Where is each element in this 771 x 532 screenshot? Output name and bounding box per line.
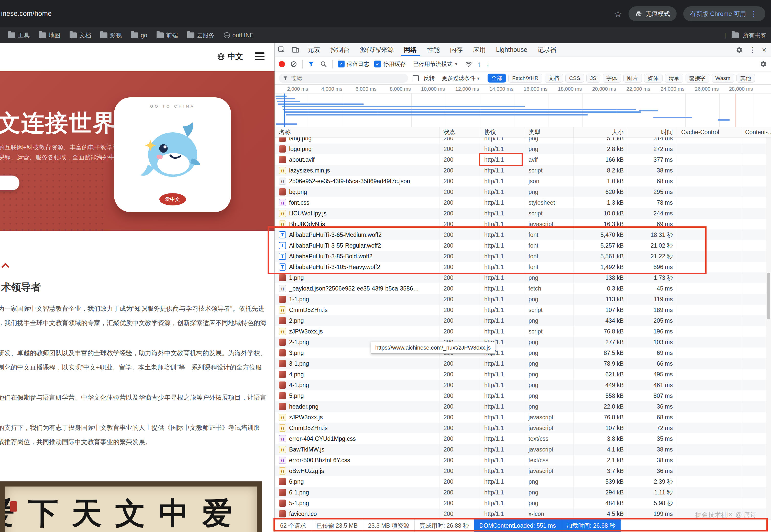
table-row[interactable]: oBwHUzzg.js 200 http/1.1 javascript 3.7 …	[275, 466, 771, 476]
throttling-dropdown[interactable]: 已停用节流模式 ▾	[411, 59, 460, 69]
hero-cta-button[interactable]	[0, 176, 19, 190]
invert-checkbox[interactable]	[413, 75, 419, 81]
table-row[interactable]: header.png 200 http/1.1 png 22.0 kB 36 m…	[275, 401, 771, 412]
table-row[interactable]: BawTklMW.js 200 http/1.1 javascript 4.1 …	[275, 444, 771, 455]
network-conditions-icon[interactable]	[465, 60, 472, 68]
column-header[interactable]: Cache-Control	[677, 127, 741, 137]
filter-chip[interactable]: 图片	[624, 74, 642, 83]
table-row[interactable]: 6-1.png 200 http/1.1 png 294 kB 1.11 秒	[275, 487, 771, 498]
table-row[interactable]: 1-1.png 200 http/1.1 png 113 kB 119 ms	[275, 294, 771, 305]
bookmark-item[interactable]: go	[127, 30, 151, 40]
column-header[interactable]: 名称	[275, 127, 439, 137]
all-bookmarks[interactable]: | 所有书签	[724, 31, 766, 39]
filter-input[interactable]	[291, 75, 404, 82]
table-row[interactable]: CmmD5ZHn.js 200 http/1.1 script 107 kB 1…	[275, 305, 771, 315]
inspect-element-icon[interactable]	[275, 43, 289, 56]
bookmark-item[interactable]: 地图	[35, 30, 64, 41]
filter-chip[interactable]: 清单	[665, 74, 683, 83]
url-bar[interactable]: inese.com/home	[0, 10, 52, 18]
close-icon[interactable]: ×	[762, 45, 766, 54]
devtools-tab[interactable]: 网络	[399, 43, 422, 56]
filter-chip[interactable]: JS	[586, 74, 601, 83]
device-toolbar-icon[interactable]	[289, 43, 302, 56]
network-settings-gear-icon[interactable]	[760, 61, 767, 68]
devtools-tab[interactable]: 元素	[302, 43, 325, 56]
filter-chip[interactable]: 文档	[544, 74, 563, 83]
table-scrollbar[interactable]	[766, 137, 771, 519]
devtools-tab[interactable]: 应用	[468, 43, 491, 56]
filter-chip[interactable]: 媒体	[644, 74, 663, 83]
devtools-tab[interactable]: 源代码/来源	[355, 43, 399, 56]
filter-chip[interactable]: Wasm	[712, 74, 734, 83]
import-har-icon[interactable]: ↑	[478, 60, 481, 68]
column-header[interactable]: Content-…	[741, 127, 771, 137]
disable-cache-checkbox[interactable]: ✓ 停用缓存	[374, 60, 406, 68]
devtools-menu-icon[interactable]: ⋮	[749, 45, 756, 54]
chrome-update-chip[interactable]: 有新版 Chrome 可用 ⋮	[683, 6, 765, 21]
filter-chip[interactable]: Fetch/XHR	[508, 74, 542, 83]
devtools-tab[interactable]: 性能	[422, 43, 445, 56]
table-row[interactable]: 3.png 200 http/1.1 png 87.5 kB 69 ms	[275, 348, 771, 358]
table-row[interactable]: 6.png 200 http/1.1 png 539 kB 2.39 秒	[275, 476, 771, 487]
network-overview-waterfall[interactable]	[275, 93, 771, 127]
table-row[interactable]: error-404.CYUd1Mpg.css 200 http/1.1 text…	[275, 433, 771, 444]
filter-icon[interactable]	[308, 61, 315, 68]
table-row[interactable]: lazysizes.min.js 200 http/1.1 script 8.2…	[275, 165, 771, 176]
table-row[interactable]: error-500.BbzfnL6Y.css 200 http/1.1 text…	[275, 455, 771, 466]
table-row[interactable]: 5.png 200 http/1.1 png 558 kB 807 ms	[275, 390, 771, 401]
table-row[interactable]: 4-1.png 200 http/1.1 png 449 kB 461 ms	[275, 380, 771, 390]
bookmark-item[interactable]: outLINE	[220, 30, 257, 40]
filter-chip[interactable]: 其他	[736, 74, 755, 83]
bookmark-item[interactable]: 文档	[66, 30, 95, 41]
column-header[interactable]: 大小	[573, 127, 628, 137]
bookmark-item[interactable]: 影视	[97, 30, 125, 41]
bookmark-item[interactable]: 云服务	[184, 30, 218, 41]
table-row[interactable]: 5-1.png 200 http/1.1 png 484 kB 5.98 秒	[275, 498, 771, 508]
hamburger-menu-icon[interactable]	[255, 52, 265, 62]
table-row[interactable]: zJPW3oxx.js 200 http/1.1 script 76.8 kB …	[275, 326, 771, 337]
bookmark-star-icon[interactable]: ☆	[614, 9, 622, 19]
table-row[interactable]: logo.png 200 http/1.1 png 2.8 kB 272 ms	[275, 144, 771, 154]
table-row[interactable]: HCUWdHpy.js 200 http/1.1 script 10.0 kB …	[275, 208, 771, 219]
search-icon[interactable]	[320, 61, 327, 68]
table-row[interactable]: 3-1.png 200 http/1.1 png 78.9 kB 66 ms	[275, 358, 771, 369]
column-header[interactable]: 状态	[439, 127, 480, 137]
table-row[interactable]: 2.png 200 http/1.1 png 434 kB 205 ms	[275, 315, 771, 326]
table-row[interactable]: CmmD5ZHn.js 200 http/1.1 javascript 107 …	[275, 423, 771, 433]
more-filters-dropdown[interactable]: 更多过滤条件 ▾	[442, 74, 479, 82]
language-selector[interactable]: 中文	[217, 51, 243, 62]
filter-chip[interactable]: 套接字	[686, 74, 709, 83]
preserve-log-checkbox[interactable]: ✓ 保留日志	[338, 60, 369, 68]
scrollbar-thumb[interactable]	[767, 273, 770, 319]
browser-menu-icon[interactable]: ⋮	[749, 9, 759, 18]
filter-chip[interactable]: CSS	[565, 74, 584, 83]
column-header[interactable]: 协议	[480, 127, 524, 137]
bookmark-item[interactable]: 工具	[5, 30, 33, 41]
devtools-tab[interactable]: Lighthouse	[491, 43, 532, 56]
table-row[interactable]: zJPW3oxx.js 200 http/1.1 javascript 76.8…	[275, 412, 771, 423]
record-network-log-icon[interactable]	[279, 61, 285, 67]
devtools-tab[interactable]: 内存	[445, 43, 468, 56]
table-row[interactable]: bg.png 200 http/1.1 png 620 kB 295 ms	[275, 187, 771, 197]
table-row[interactable]: _payload.json?2506e952-ee35-43f9-b5ca-35…	[275, 283, 771, 294]
request-type-icon	[279, 274, 286, 281]
table-row[interactable]: 1.png 200 http/1.1 png 138 kB 1.73 秒	[275, 272, 771, 283]
table-row[interactable]: font.css 200 http/1.1 stylesheet 1.3 kB …	[275, 197, 771, 208]
table-row[interactable]: 2-1.png 200 http/1.1 png 277 kB 103 ms	[275, 337, 771, 348]
export-har-icon[interactable]: ↓	[486, 60, 490, 68]
devtools-tab[interactable]: 控制台	[325, 43, 355, 56]
table-row[interactable]: 4.png 200 http/1.1 png 621 kB 495 ms	[275, 369, 771, 380]
clear-network-log-icon[interactable]	[290, 61, 297, 68]
more-filters-label: 更多过滤条件	[442, 75, 475, 81]
filter-chip[interactable]: 全部	[487, 74, 506, 83]
table-row[interactable]: about.avif 200 http/1.1 avif 166 kB 377 …	[275, 154, 771, 165]
request-type-icon	[279, 285, 286, 292]
column-header[interactable]: 类型	[524, 127, 573, 137]
filter-chip[interactable]: 字体	[603, 74, 621, 83]
table-row[interactable]: lang.png 200 http/1.1 png 5.1 kB 314 ms	[275, 137, 771, 144]
bookmark-item[interactable]: 前端	[153, 30, 181, 41]
devtools-tab[interactable]: 记录器	[532, 43, 562, 56]
table-row[interactable]: 2506e952-ee35-43f9-b5ca-35869ad49f7c.jso…	[275, 176, 771, 187]
column-header[interactable]: 时间	[628, 127, 677, 137]
settings-gear-icon[interactable]	[736, 46, 743, 53]
